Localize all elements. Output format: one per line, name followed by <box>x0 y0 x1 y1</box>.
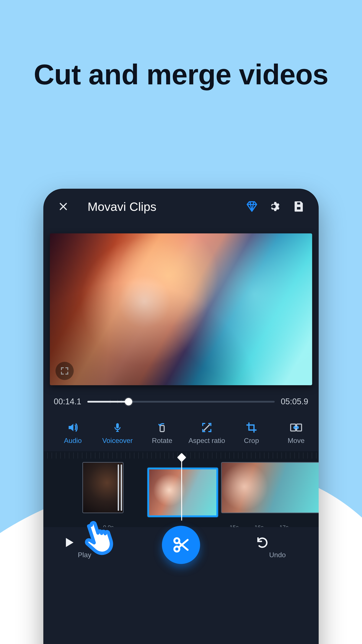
audio-icon <box>66 421 79 434</box>
tool-voiceover[interactable]: Voiceover <box>96 420 139 445</box>
fullscreen-button[interactable] <box>55 362 74 380</box>
tool-move[interactable]: Move <box>274 420 318 445</box>
aspect-icon <box>201 422 213 434</box>
scissors-icon <box>171 535 191 555</box>
close-icon <box>58 201 68 212</box>
tool-label: Crop <box>230 437 273 445</box>
premium-button[interactable] <box>243 198 261 215</box>
svg-rect-3 <box>297 206 301 210</box>
time-total: 05:05.9 <box>281 397 308 406</box>
close-button[interactable] <box>55 198 72 215</box>
phone-frame: Movavi Clips 00:14.1 05:05.9 <box>43 189 319 644</box>
tool-aspect[interactable]: Aspect ratio <box>185 420 229 445</box>
rotate-icon <box>156 422 168 434</box>
progress-row: 00:14.1 05:05.9 <box>43 385 319 414</box>
seek-slider[interactable] <box>87 401 275 402</box>
gear-icon <box>269 200 281 212</box>
app-topbar: Movavi Clips <box>43 189 319 222</box>
clip-handle[interactable] <box>118 464 119 511</box>
seek-thumb[interactable] <box>125 398 132 406</box>
tool-crop[interactable]: Crop <box>230 420 273 445</box>
seek-fill <box>87 401 129 402</box>
timeline-clip[interactable] <box>82 462 124 513</box>
tool-rotate[interactable]: Rotate <box>140 420 184 445</box>
timeline-clip[interactable] <box>221 462 319 513</box>
tool-label: Move <box>274 437 318 445</box>
undo-button[interactable]: Undo <box>256 536 299 559</box>
timeline-clip-selected[interactable] <box>147 468 218 517</box>
settings-button[interactable] <box>267 198 284 215</box>
expand-icon <box>60 366 69 376</box>
tool-label: Rotate <box>140 437 184 445</box>
svg-rect-7 <box>160 426 164 432</box>
cut-fab[interactable] <box>162 526 200 564</box>
clip-handle[interactable] <box>121 464 122 511</box>
svg-rect-2 <box>297 202 301 205</box>
time-current: 00:14.1 <box>54 397 81 406</box>
tool-strip[interactable]: Audio Voiceover Rotate Aspect ratio Crop… <box>43 414 319 450</box>
tool-label: Voiceover <box>96 437 139 445</box>
tool-label: Audio <box>51 437 94 445</box>
save-button[interactable] <box>290 198 307 215</box>
diamond-icon <box>246 200 258 213</box>
mic-icon <box>112 421 123 434</box>
tool-label: Aspect ratio <box>185 437 229 445</box>
app-title: Movavi Clips <box>74 200 241 214</box>
move-icon <box>289 422 303 433</box>
svg-rect-4 <box>116 423 119 428</box>
save-icon <box>293 200 305 212</box>
tool-audio[interactable]: Audio <box>51 420 94 445</box>
video-preview[interactable] <box>50 234 312 385</box>
promo-title: Cut and merge videos <box>0 58 362 91</box>
undo-label: Undo <box>256 551 299 559</box>
undo-icon <box>256 536 269 549</box>
play-icon <box>63 536 75 549</box>
crop-icon <box>245 422 258 434</box>
tutorial-hand-icon <box>78 512 126 560</box>
